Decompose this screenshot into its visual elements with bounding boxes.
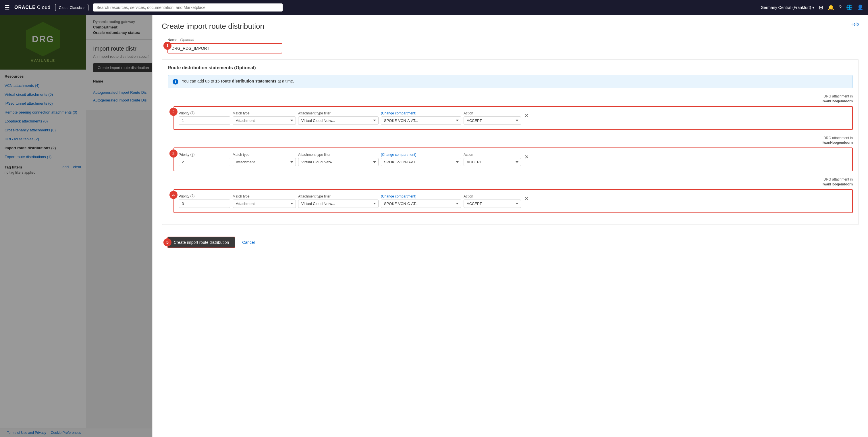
region-selector[interactable]: Germany Central (Frankfurt) ▾ (761, 5, 814, 10)
stmt2-attachment-select[interactable]: SPOKE-VCN-B-AT... (381, 158, 461, 166)
console-icon[interactable]: ⊞ (819, 4, 823, 11)
statement-1: Priority i Match type Attachment Attachm… (174, 106, 853, 130)
global-search-input[interactable] (93, 3, 283, 11)
name-label: Name Optional (167, 38, 859, 42)
priority3-info-icon: i (190, 194, 194, 198)
stmt3-action-col: Action ACCEPT (464, 194, 521, 208)
stmt3-priority-input[interactable] (179, 200, 230, 208)
modal-help-link[interactable]: Help (850, 22, 859, 26)
stmt1-action-col: Action ACCEPT (464, 111, 521, 125)
stmt2-match-select[interactable]: Attachment (232, 158, 296, 166)
stmt2-close-button[interactable]: ✕ (523, 153, 530, 161)
statement-3-wrapper: 4 DRG attachment in IwanHoogendoorn Prio… (174, 177, 853, 213)
name-input[interactable] (167, 43, 282, 54)
hamburger-icon[interactable]: ☰ (5, 4, 10, 11)
stmt2-action-select[interactable]: ACCEPT (464, 158, 521, 166)
info-icon: i (173, 79, 178, 85)
stmt3-drg-info: DRG attachment in IwanHoogendoorn (174, 177, 853, 187)
stmt2-drg-info: DRG attachment in IwanHoogendoorn (174, 136, 853, 145)
stmt1-match-select[interactable]: Attachment (232, 116, 296, 125)
stmt3-filter-select[interactable]: Virtual Cloud Netw... (298, 200, 378, 208)
bell-icon[interactable]: 🔔 (828, 4, 834, 11)
modal-header: Create import route distribution Help (162, 22, 859, 31)
stmt2-attachment-col: (Change compartment) SPOKE-VCN-B-AT... (381, 153, 461, 166)
modal-title: Create import route distribution (162, 22, 264, 31)
stmt3-filter-col: Attachment type filter Virtual Cloud Net… (298, 194, 378, 208)
top-navigation: ☰ ORACLE Cloud Cloud Classic › Germany C… (0, 0, 868, 15)
stmt3-attachment-col: (Change compartment) SPOKE-VCN-C-AT... (381, 194, 461, 208)
stmt1-filter-select[interactable]: Virtual Cloud Netw... (298, 116, 378, 125)
stmt2-priority-input[interactable] (179, 158, 230, 166)
help-icon[interactable]: ? (839, 5, 842, 11)
modal-cancel-button[interactable]: Cancel (240, 238, 257, 247)
stmt3-priority-col: Priority i (179, 194, 230, 208)
stmt1-action-select[interactable]: ACCEPT (464, 116, 521, 125)
stmt2-row: Priority i Match type Attachment Attachm… (179, 153, 847, 166)
stmt2-change-compartment-link[interactable]: (Change compartment) (381, 153, 461, 157)
statement-2-wrapper: 3 DRG attachment in IwanHoogendoorn Prio… (174, 136, 853, 172)
priority2-info-icon: i (190, 153, 194, 157)
rds-title: Route distribution statements (Optional) (168, 65, 853, 70)
stmt3-close-col: ✕ (523, 194, 535, 203)
info-banner: i You can add up to 15 route distributio… (168, 75, 853, 88)
cloud-classic-button[interactable]: Cloud Classic › (55, 4, 89, 11)
modal-create-button[interactable]: Create import route distribution (167, 237, 235, 248)
rds-section: Route distribution statements (Optional)… (162, 59, 859, 225)
globe-icon[interactable]: 🌐 (846, 4, 852, 11)
stmt3-change-compartment-link[interactable]: (Change compartment) (381, 194, 461, 198)
stmt3-close-button[interactable]: ✕ (523, 194, 530, 203)
stmt1-match-col: Match type Attachment (232, 111, 296, 125)
stmt2-action-col: Action ACCEPT (464, 153, 521, 166)
stmt2-priority-col: Priority i (179, 153, 230, 166)
statement-2: Priority i Match type Attachment Attachm… (174, 147, 853, 171)
stmt2-filter-select[interactable]: Virtual Cloud Netw... (298, 158, 378, 166)
stmt1-drg-info: DRG attachment in IwanHoogendoorn (174, 94, 853, 104)
stmt1-close-col: ✕ (523, 111, 535, 120)
stmt2-filter-col: Attachment type filter Virtual Cloud Net… (298, 153, 378, 166)
stmt1-close-button[interactable]: ✕ (523, 111, 530, 120)
priority-info-icon: i (190, 111, 194, 115)
step1-badge: 1 (163, 42, 172, 50)
stmt3-match-select[interactable]: Attachment (232, 200, 296, 208)
stmt1-priority-col: Priority i (179, 111, 230, 125)
nav-right-area: Germany Central (Frankfurt) ▾ ⊞ 🔔 ? 🌐 👤 (761, 4, 863, 11)
stmt1-attachment-select[interactable]: SPOKE-VCN-A-AT... (381, 116, 461, 125)
statement-1-wrapper: 2 DRG attachment in IwanHoogendoorn Prio… (174, 94, 853, 130)
stmt1-change-compartment-link[interactable]: (Change compartment) (381, 111, 461, 115)
stmt1-row: Priority i Match type Attachment Attachm… (179, 111, 847, 125)
user-avatar[interactable]: 👤 (857, 4, 863, 11)
stmt3-row: Priority i Match type Attachment Attachm… (179, 194, 847, 208)
statement-3: Priority i Match type Attachment Attachm… (174, 189, 853, 213)
stmt2-close-col: ✕ (523, 153, 535, 161)
modal-panel: Create import route distribution Help 1 … (152, 15, 868, 437)
stmt2-match-col: Match type Attachment (232, 153, 296, 166)
modal-actions: 5 Create import route distribution Cance… (167, 232, 859, 253)
stmt1-priority-input[interactable] (179, 116, 230, 125)
stmt3-attachment-select[interactable]: SPOKE-VCN-C-AT... (381, 200, 461, 208)
stmt1-attachment-col: (Change compartment) SPOKE-VCN-A-AT... (381, 111, 461, 125)
stmt3-match-col: Match type Attachment (232, 194, 296, 208)
stmt3-action-select[interactable]: ACCEPT (464, 200, 521, 208)
stmt1-filter-col: Attachment type filter Virtual Cloud Net… (298, 111, 378, 125)
name-field-group: 1 Name Optional (167, 38, 859, 54)
oracle-logo: ORACLE Cloud (14, 5, 51, 10)
step5-badge: 5 (163, 238, 172, 246)
